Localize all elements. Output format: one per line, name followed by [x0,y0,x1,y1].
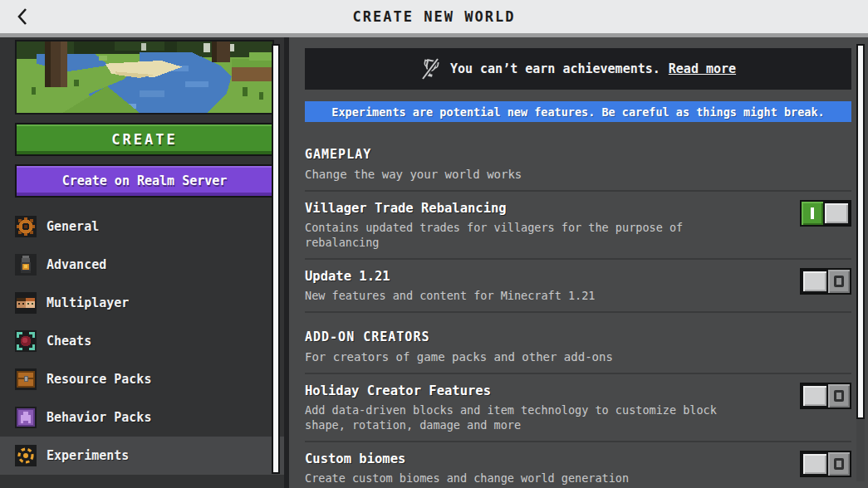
sidebar-item-advanced[interactable]: Advanced [0,246,284,284]
setting-custom-biomes: Custom biomes Create custom biomes and c… [305,441,851,488]
sidebar-item-multiplayer[interactable]: Multiplayer [0,284,284,322]
setting-title: Villager Trade Rebalancing [305,200,752,217]
sidebar-item-label: General [47,219,99,234]
sidebar-scrollbar[interactable] [272,44,280,474]
sidebar-item-label: Resource Packs [47,372,151,387]
toggle-off-segment [828,452,850,476]
setting-villager-trade-rebalancing: Villager Trade Rebalancing Contains upda… [305,190,851,258]
gear-icon [15,216,37,237]
sidebar-item-label: Cheats [47,334,91,349]
achievement-warning-text: You can’t earn achievements. [450,61,660,76]
toggle-villager-trade-rebalancing[interactable] [800,200,851,227]
create-on-realm-button[interactable]: Create on Realm Server [15,164,274,198]
world-preview-image [15,40,274,115]
setting-update-1-21: Update 1.21 New features and content for… [305,258,851,311]
sidebar-item-general[interactable]: General [0,207,284,246]
toggle-knob [802,270,828,293]
toggle-custom-biomes[interactable] [800,451,851,477]
setting-description: Add data-driven blocks and item technolo… [305,403,752,432]
back-chevron-icon [17,7,28,26]
sidebar-item-label: Experiments [47,448,129,463]
sidebar-item-cheats[interactable]: Cheats [0,322,284,360]
section-header-add-on-creators: ADD-ON CREATORS For creators of game pac… [305,311,851,373]
toggle-on-segment [802,202,823,225]
section-subtitle: For creators of game packs and other add… [305,349,851,364]
experiments-icon [15,445,37,466]
lantern-icon [15,254,37,276]
create-button-label: CREATE [111,131,177,148]
sidebar-item-behavior-packs[interactable]: Behavior Packs [0,398,284,437]
sidebar-item-label: Behavior Packs [47,410,151,425]
toggle-knob [823,202,850,225]
page-title: CREATE NEW WORLD [353,8,516,25]
section-title: ADD-ON CREATORS [305,329,851,345]
section-title: GAMEPLAY [305,147,851,163]
sidebar-item-experiments[interactable]: Experiments [0,437,284,475]
setting-description: New features and content for Minecraft 1… [305,288,752,303]
toggle-off-segment [828,384,850,407]
settings-list: GAMEPLAY Change the way your world works… [305,122,851,488]
chest-icon [15,368,37,390]
command-block-icon [15,330,37,352]
sidebar-item-label: Advanced [47,257,106,272]
setting-title: Holiday Creator Features [305,383,752,399]
top-bar: CREATE NEW WORLD [0,0,868,33]
realm-button-label: Create on Realm Server [62,173,228,188]
toggle-update-1-21[interactable] [800,268,851,295]
main-scrollbar[interactable] [856,44,865,419]
sidebar-item-resource-packs[interactable]: Resource Packs [0,360,284,398]
setting-description: Create custom biomes and change world ge… [305,471,752,486]
sidebar: CREATE Create on Realm Server General [0,37,289,488]
toggle-knob [802,452,828,476]
setting-title: Update 1.21 [305,268,752,285]
players-icon [15,292,37,314]
back-button[interactable] [10,5,35,28]
setting-holiday-creator-features: Holiday Creator Features Add data-driven… [305,373,851,441]
section-header-gameplay: GAMEPLAY Change the way your world works [305,122,851,190]
experiments-info-banner: Experiments are potential new features. … [305,101,851,122]
setting-description: Contains updated trades for villagers fo… [305,220,752,250]
achievement-warning-banner: You can’t earn achievements. Read more [305,48,851,90]
sidebar-nav: General Advanced [0,207,284,475]
experiments-panel: You can’t earn achievements. Read more E… [289,37,868,488]
achievement-disabled-icon [420,56,440,81]
section-subtitle: Change the way your world works [305,167,851,182]
create-button[interactable]: CREATE [15,123,274,156]
behavior-pack-icon [15,407,37,428]
sidebar-item-label: Multiplayer [47,295,129,310]
read-more-link[interactable]: Read more [669,61,736,76]
setting-title: Custom biomes [305,451,752,467]
toggle-knob [802,384,828,407]
toggle-holiday-creator-features[interactable] [800,383,851,409]
toggle-off-segment [828,270,850,293]
